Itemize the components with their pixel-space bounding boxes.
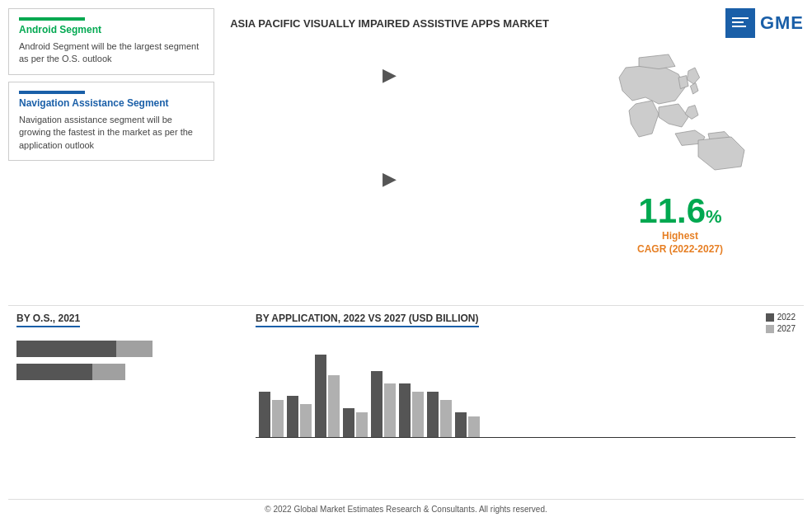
navigation-card-title: Navigation Assistance Segment <box>19 97 204 109</box>
svg-rect-1 <box>732 17 749 19</box>
arrow-icon-1: ▶ <box>383 64 397 86</box>
bar-group <box>455 412 480 437</box>
right-area: GME <box>556 8 804 305</box>
android-card-title: Android Segment <box>19 24 204 35</box>
legend-item-2027: 2027 <box>766 324 796 333</box>
bar-2022 <box>455 412 467 437</box>
bar-group <box>371 371 396 437</box>
cagr-label-line2: CAGR (2022-2027) <box>637 243 723 255</box>
cagr-percent: % <box>706 206 722 227</box>
bar-2022 <box>343 408 354 437</box>
bar-2022 <box>399 383 411 437</box>
chart-left: BY O.S., 2021 <box>8 313 239 499</box>
navigation-card-bar <box>19 91 85 94</box>
top-section: Android Segment Android Segment will be … <box>8 8 804 305</box>
center-area: ASIA PACIFIC VISUALLY IMPAIRED ASSISTIVE… <box>223 8 556 305</box>
gme-logo-text: GME <box>760 12 804 34</box>
navigation-card-text: Navigation assistance segment will be gr… <box>19 114 204 152</box>
bar-2027 <box>384 383 396 437</box>
os-bar-row-2 <box>16 364 231 380</box>
bar-2027 <box>356 412 368 437</box>
cagr-number-text: 11.6 <box>638 191 706 230</box>
map-container <box>573 41 787 190</box>
chart-legend: 2022 2027 <box>766 313 796 333</box>
bar-2022 <box>427 392 439 437</box>
main-container: Android Segment Android Segment will be … <box>0 0 812 522</box>
market-title: ASIA PACIFIC VISUALLY IMPAIRED ASSISTIVE… <box>230 16 549 31</box>
gme-logo: GME <box>725 8 804 38</box>
svg-rect-2 <box>732 21 744 23</box>
legend-label-2027: 2027 <box>777 324 796 333</box>
cagr-value: 11.6% <box>638 191 721 230</box>
bar-2022 <box>287 396 298 437</box>
bar-group <box>259 392 284 437</box>
os-bar-chart <box>16 341 231 380</box>
bottom-section: BY O.S., 2021 <box>8 305 804 499</box>
gme-icon <box>728 11 753 35</box>
bar-group <box>287 396 312 437</box>
bar-group <box>399 383 424 437</box>
asia-pacific-map <box>573 41 771 173</box>
cagr-label-line1: Highest <box>637 230 723 242</box>
chart-left-title: BY O.S., 2021 <box>16 313 231 324</box>
bar-2027 <box>412 392 424 437</box>
arrow-row: ▶ ▶ <box>383 56 397 190</box>
bar-group <box>315 355 340 437</box>
gme-logo-icon <box>725 8 755 38</box>
left-cards: Android Segment Android Segment will be … <box>8 8 223 305</box>
bar-2022 <box>259 392 270 437</box>
application-bar-chart <box>256 331 796 438</box>
bar-2027 <box>272 400 284 437</box>
os-bar-row-1 <box>16 341 231 357</box>
bar-2022 <box>315 355 326 437</box>
android-card-text: Android Segment will be the largest segm… <box>19 40 204 66</box>
bar-2022 <box>371 371 383 437</box>
legend-box-2022 <box>766 313 774 322</box>
legend-label-2022: 2022 <box>777 313 796 322</box>
arrow-icon-2: ▶ <box>383 168 397 190</box>
navigation-card: Navigation Assistance Segment Navigation… <box>8 82 214 161</box>
android-card-bar <box>19 17 85 21</box>
legend-box-2027 <box>766 325 774 333</box>
bar-group <box>343 408 368 437</box>
legend-item-2022: 2022 <box>766 313 796 322</box>
bar-2027 <box>468 416 480 437</box>
svg-rect-3 <box>732 26 746 27</box>
bar-2027 <box>328 375 340 437</box>
android-card: Android Segment Android Segment will be … <box>8 8 214 75</box>
chart-right-title: BY APPLICATION, 2022 VS 2027 (USD BILLIO… <box>256 313 796 324</box>
bar-2027 <box>300 404 312 437</box>
footer: © 2022 Global Market Estimates Research … <box>8 499 804 514</box>
bar-2027 <box>440 400 452 437</box>
cagr-section: 11.6% Highest CAGR (2022-2027) <box>637 194 723 255</box>
bar-group <box>427 392 452 437</box>
chart-right: BY APPLICATION, 2022 VS 2027 (USD BILLIO… <box>247 313 804 499</box>
